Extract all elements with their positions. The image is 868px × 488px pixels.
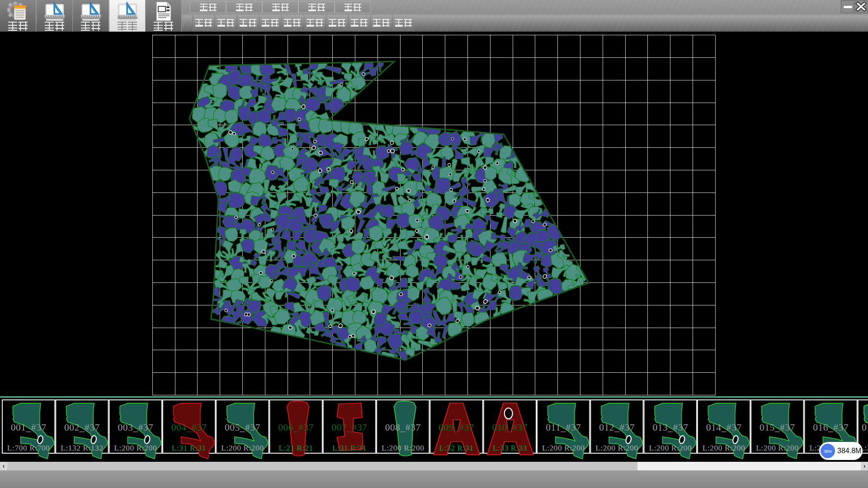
svg-text:014_#37: 014_#37 xyxy=(706,422,742,433)
svg-text:003_#37: 003_#37 xyxy=(118,422,153,433)
svg-text:016_#37: 016_#37 xyxy=(813,422,849,433)
svg-text:L:200 R:200: L:200 R:200 xyxy=(382,443,424,452)
svg-text:007_#37: 007_#37 xyxy=(332,422,368,433)
svg-text:015_#37: 015_#37 xyxy=(760,422,795,433)
svg-text:001_#37: 001_#37 xyxy=(11,422,47,433)
svg-text:002_#37: 002_#37 xyxy=(64,422,100,433)
svg-text:L:31 R:31: L:31 R:31 xyxy=(172,443,206,452)
svg-text:009_#37: 009_#37 xyxy=(439,422,474,433)
svg-text:010_#37: 010_#37 xyxy=(492,422,528,433)
svg-text:L:33 R:33: L:33 R:33 xyxy=(493,443,527,452)
svg-text:L:200 R:200: L:200 R:200 xyxy=(649,443,692,452)
svg-text:0: 0 xyxy=(862,422,867,433)
svg-text:L:200 R:200: L:200 R:200 xyxy=(703,443,745,452)
svg-text:L:132 R:132: L:132 R:132 xyxy=(61,443,103,452)
svg-text:006_#37: 006_#37 xyxy=(278,422,314,433)
svg-text:L:32 R:31: L:32 R:31 xyxy=(439,443,474,452)
svg-text:004_#37: 004_#37 xyxy=(171,422,207,433)
svg-text:L:200 R:200: L:200 R:200 xyxy=(114,443,157,452)
svg-text:011_#37: 011_#37 xyxy=(546,422,581,433)
svg-text:L:200 R:200: L:200 R:200 xyxy=(542,443,585,452)
svg-text:013_#37: 013_#37 xyxy=(652,422,688,433)
svg-text:005_#37: 005_#37 xyxy=(225,422,260,433)
svg-text:L:200 R:200: L:200 R:200 xyxy=(221,443,264,452)
svg-text:L:21 R:21: L:21 R:21 xyxy=(279,443,313,452)
svg-text:L:700 R:700: L:700 R:700 xyxy=(7,443,50,452)
svg-text:L:31 R:31: L:31 R:31 xyxy=(332,443,367,452)
svg-text:012_#37: 012_#37 xyxy=(599,422,635,433)
svg-text:008_#37: 008_#37 xyxy=(385,422,421,433)
svg-text:L:200 R:200: L:200 R:200 xyxy=(756,443,798,452)
svg-text:L:200 R:200: L:200 R:200 xyxy=(595,443,638,452)
